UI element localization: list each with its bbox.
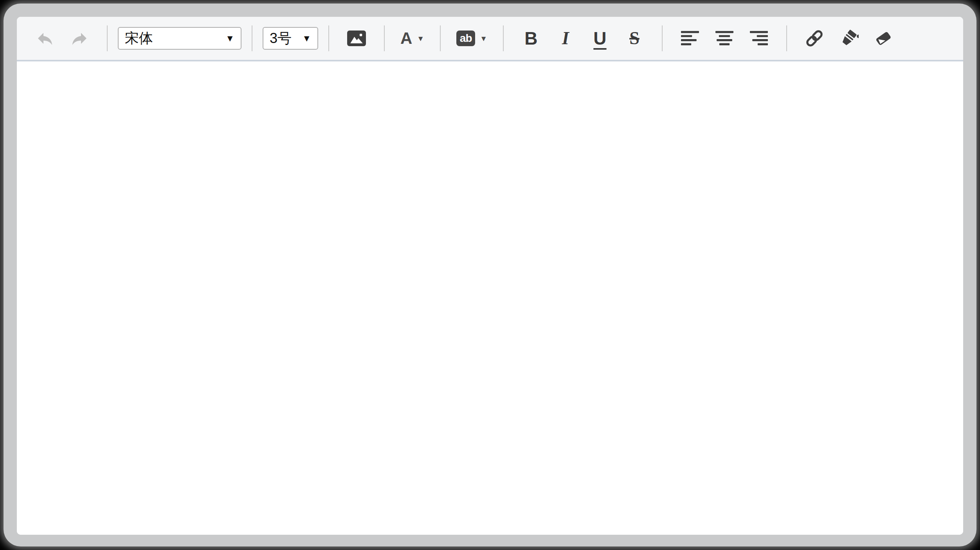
insert-link-button[interactable] (803, 23, 826, 54)
align-center-icon (715, 31, 733, 46)
font-family-select[interactable]: 宋体 ▼ (118, 27, 241, 50)
strikethrough-label: S (629, 29, 640, 47)
chevron-down-icon: ▼ (417, 35, 424, 42)
italic-button[interactable]: I (554, 23, 577, 54)
font-color-label: A (400, 30, 412, 47)
undo-button[interactable] (33, 23, 57, 54)
editor-toolbar: 宋体 ▼ 3号 ▼ (17, 17, 963, 61)
align-left-icon (681, 31, 699, 46)
font-family-value: 宋体 (125, 31, 153, 45)
redo-button[interactable] (68, 23, 91, 54)
toolbar-divider (503, 25, 504, 51)
eraser-icon (874, 29, 893, 48)
insert-image-button[interactable] (345, 23, 368, 54)
font-size-select[interactable]: 3号 ▼ (263, 27, 318, 50)
toolbar-divider (328, 25, 329, 51)
font-size-value: 3号 (270, 31, 292, 45)
bold-button[interactable]: B (519, 23, 543, 54)
toolbar-divider (440, 25, 441, 51)
toolbar-divider (786, 25, 787, 51)
highlight-icon: ab (456, 31, 475, 46)
bold-label: B (524, 29, 537, 47)
dropdown-arrow-icon: ▼ (298, 34, 311, 43)
format-brush-button[interactable] (837, 23, 861, 54)
toolbar-divider (662, 25, 663, 51)
strikethrough-button[interactable]: S (623, 23, 646, 54)
italic-label: I (562, 29, 569, 47)
redo-icon (70, 29, 89, 48)
chevron-down-icon: ▼ (480, 35, 487, 42)
editor-content-area[interactable] (17, 61, 963, 535)
dropdown-arrow-icon: ▼ (222, 34, 234, 43)
brush-icon (839, 29, 859, 48)
toolbar-divider (107, 25, 108, 51)
toolbar-divider (384, 25, 385, 51)
highlight-color-button[interactable]: ab ▼ (456, 23, 487, 54)
undo-icon (36, 29, 54, 48)
font-color-button[interactable]: A ▼ (400, 23, 424, 54)
clear-format-button[interactable] (872, 23, 895, 54)
image-icon (347, 31, 366, 46)
editor-window: 宋体 ▼ 3号 ▼ (17, 17, 963, 535)
align-left-button[interactable] (678, 23, 702, 54)
underline-label: U (593, 29, 606, 47)
screen: 宋体 ▼ 3号 ▼ (0, 0, 980, 550)
toolbar-divider (252, 25, 252, 51)
editor-window-frame: 宋体 ▼ 3号 ▼ (4, 4, 976, 546)
align-right-button[interactable] (747, 23, 771, 54)
align-right-icon (750, 31, 768, 46)
align-center-button[interactable] (713, 23, 736, 54)
underline-button[interactable]: U (588, 23, 612, 54)
link-icon (805, 29, 824, 48)
